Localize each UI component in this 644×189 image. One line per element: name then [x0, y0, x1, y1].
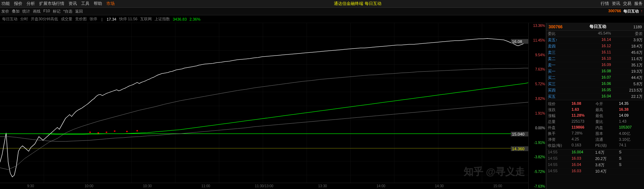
sub-menu-left: 发价 叠加 统计 画线 F10 标记 *自选 返回 [1, 9, 83, 14]
td3-price: 16.03 [572, 169, 595, 174]
right-item-zixun[interactable]: 资讯 [612, 1, 620, 7]
sell3-price: 16.11 [579, 50, 611, 55]
time-label-2: 10:30 [118, 184, 177, 188]
buy5-price: 16.04 [579, 94, 611, 99]
svg-point-27 [89, 131, 91, 133]
open-val: 14.35 [619, 101, 643, 107]
sell-row-1: 卖一 16.09 35.1万 [546, 62, 644, 68]
netcap-val: 4.25 [572, 137, 595, 142]
time-data-row-2: 14:55 16.04 3.8万 S [546, 162, 644, 168]
stock-num: 1189 [634, 25, 642, 29]
price-row-outer: 外盘 119866 内盘 105307 [548, 125, 643, 131]
buy-row-5: 买五 16.04 22.1万 [546, 94, 644, 100]
timeframe-label-4[interactable]: 竞价图 [75, 16, 87, 22]
sub-item-huaxian[interactable]: 画线 [33, 9, 41, 14]
time-label-5: 13:30 [293, 184, 352, 188]
volratio-lbl: 量比 [595, 119, 619, 124]
stock-code-display: 300766 [549, 24, 563, 29]
td2-suf: S [619, 162, 643, 168]
index-value: 3436.83 [173, 17, 187, 21]
ob-header-weica: 委差 [611, 31, 643, 36]
stock-name: 每日互动 [623, 9, 639, 14]
sub-item-dieja[interactable]: 叠加 [12, 9, 20, 14]
td3-vol: 10.4万 [595, 169, 619, 174]
pct-val: 11.28% [572, 113, 595, 118]
y-label-7: 0.00% [529, 126, 545, 130]
buy-row-1: 买一 16.08 19.3万 [546, 68, 644, 75]
menu-item-shichang[interactable]: 市场 [106, 1, 115, 7]
svg-text:14.360: 14.360 [512, 147, 524, 151]
outer-lbl: 外盘 [548, 125, 572, 130]
sub-item-zixuan[interactable]: *自选 [63, 9, 72, 14]
pe-lbl: PE(动) [595, 143, 619, 148]
high-val: 16.38 [619, 107, 643, 112]
menu-item-fenxi[interactable]: 分析 [27, 1, 35, 7]
sell2-vol: 11.6万 [611, 56, 643, 61]
low-lbl: 最低 [595, 113, 619, 118]
vol-val: 225173 [572, 119, 595, 124]
sub-item-tongji[interactable]: 统计 [22, 9, 30, 14]
time-data-row-0: 14:55 16.004 1.6万 S [546, 150, 644, 156]
right-item-fuwu[interactable]: 服务 [634, 1, 643, 7]
sell1-vol: 35.1万 [611, 63, 643, 68]
time-label-6: 14:00 [352, 184, 410, 188]
sub-item-fanhui[interactable]: 返回 [75, 9, 83, 14]
top-menu-center: 通达信金融终端 每日互动 [334, 1, 381, 7]
menu-item-kuozhan[interactable]: 扩展市场行情 [39, 1, 64, 7]
sell-row-4: 卖四 16.12 18.4万 [546, 43, 644, 50]
td0-time: 14:55 [548, 150, 572, 155]
sell3-label: 卖三 [548, 50, 579, 55]
price-row-change: 涨跌 1.63 最高 16.38 [548, 107, 643, 113]
timeframe-label-1[interactable]: 分时 [20, 16, 28, 22]
time-data-row-1: 14:55 16.03 20.2万 S [546, 156, 644, 162]
stock-name-display: 每日互动 [589, 24, 606, 30]
float-val: 3.10亿 [619, 137, 643, 142]
time-axis: 9:30 10:00 10:30 11:00 11:30/13:00 13:30… [0, 183, 528, 189]
sub-item-fajia[interactable]: 发价 [1, 9, 9, 14]
y-label-3: 7.63% [529, 67, 545, 71]
menu-item-gongneng[interactable]: 功能 [1, 1, 10, 7]
timeframe-label-2[interactable]: 开盘30分钟高低 [31, 16, 58, 22]
price-chart-svg: 15.040 14.360 16.08 [0, 23, 528, 189]
earnings-val: 0.163 [572, 143, 595, 148]
chart-area[interactable]: 13.36% 11.45% 9.54% 7.63% 5.72% 3.82% 1.… [0, 23, 546, 189]
sell-row-5: 卖五↑ 16.14 3.9万 [546, 37, 644, 43]
td1-vol: 20.2万 [595, 156, 619, 161]
menu-item-zixun[interactable]: 资讯 [69, 1, 77, 7]
timeframe-label-5[interactable]: 张停 [90, 16, 97, 22]
volratio-val: 1.43 [619, 119, 643, 124]
sell4-label: 卖四 [548, 44, 579, 49]
menu-item-baojia[interactable]: 报价 [14, 1, 22, 7]
sell3-vol: 45.6万 [611, 50, 643, 55]
menu-item-gongju[interactable]: 工具 [81, 1, 90, 7]
time-label-3: 11:00 [177, 184, 235, 188]
change-label: 快停 11.56 [119, 16, 138, 22]
time-data-row-3: 14:55 16.03 10.4万 [546, 168, 644, 175]
time-label-8: 15:00 [468, 184, 527, 188]
sub-item-f10[interactable]: F10 [43, 9, 50, 14]
y-label-10: -5.72% [529, 170, 545, 174]
y-label-6: 1.91% [529, 111, 545, 115]
svg-point-31 [126, 131, 128, 132]
buy3-label: 买三 [548, 81, 579, 87]
sell1-price: 16.09 [579, 63, 611, 68]
menu-item-bangzhu[interactable]: 帮助 [94, 1, 102, 7]
time-label-0: 9:30 [1, 184, 60, 188]
right-item-hangqing[interactable]: 行情 [601, 1, 609, 7]
sub-item-biaoji[interactable]: 标记 [53, 9, 60, 14]
svg-point-32 [136, 130, 138, 131]
y-axis: 13.36% 11.45% 9.54% 7.63% 5.72% 3.82% 1.… [528, 23, 546, 189]
sell-row-2: 卖二 16.10 11.6万 [546, 56, 644, 62]
price-info: 现价 16.08 今开 14.35 涨跌 1.63 最高 16.38 涨幅 11… [546, 100, 644, 150]
center-title: 通达信金融终端 每日互动 [334, 1, 381, 6]
right-item-jiaoy[interactable]: 交易 [623, 1, 631, 7]
capital-val: 4.00亿 [619, 131, 643, 136]
buy5-vol: 22.1万 [611, 94, 643, 99]
td0-suf: S [619, 150, 643, 155]
timeframe-label-0[interactable]: 每日互动 [2, 16, 17, 22]
svg-point-28 [98, 132, 99, 133]
timeframe-label-3[interactable]: 成交量 [61, 16, 72, 22]
open-lbl: 今开 [595, 101, 619, 107]
pe-val: 74.1 [619, 143, 643, 148]
buy-row-3: 买三 16.06 5.8万 [546, 81, 644, 87]
